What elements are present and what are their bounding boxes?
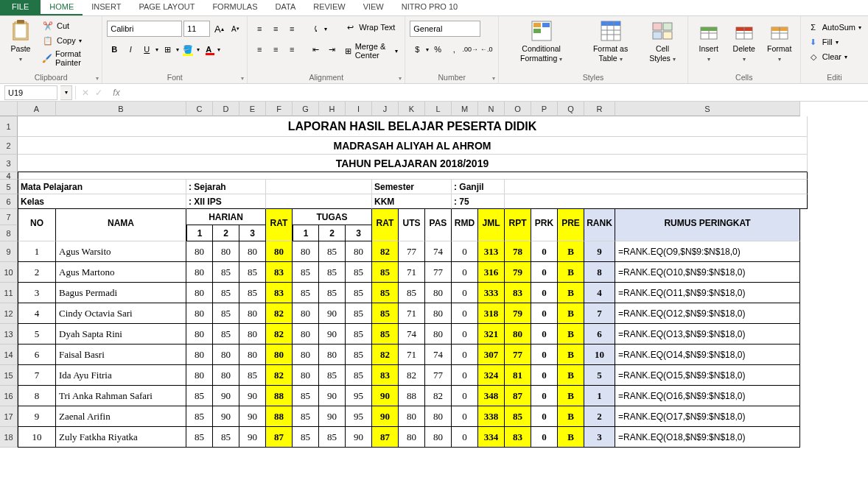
cell-t3[interactable]: 85 (346, 283, 372, 303)
cell-rank[interactable]: 3 (584, 427, 615, 448)
col-header[interactable]: O (505, 102, 531, 116)
cell-h2[interactable]: 90 (213, 386, 239, 406)
cell-t3[interactable]: 85 (346, 262, 372, 283)
cell-h1[interactable]: 80 (186, 241, 213, 262)
cell-h1[interactable]: 80 (186, 324, 213, 345)
cell-rmd[interactable]: 0 (452, 283, 478, 303)
cell-h2[interactable]: 90 (213, 406, 239, 427)
cell-h1[interactable]: 85 (186, 386, 213, 406)
cell-styles-button[interactable]: Cell Styles ▾ (642, 18, 683, 64)
cell-rmd[interactable]: 0 (452, 365, 478, 386)
tab-view[interactable]: VIEW (354, 0, 393, 15)
row-header[interactable]: 13 (0, 324, 18, 345)
col-header[interactable]: S (615, 102, 800, 116)
cell-t3[interactable]: 95 (346, 406, 372, 427)
cell-h2[interactable]: 85 (213, 303, 239, 324)
row-header[interactable]: 5 (0, 180, 18, 194)
col-header[interactable]: E (239, 102, 266, 116)
cell-pas[interactable]: 80 (425, 324, 452, 345)
clear-button[interactable]: ◇Clear ▾ (805, 50, 864, 63)
cell-pas[interactable]: 80 (425, 427, 452, 448)
cell-nama[interactable]: Zaenal Arifin (56, 406, 186, 427)
row-header[interactable]: 3 (0, 155, 18, 172)
cell-h1[interactable]: 85 (186, 406, 213, 427)
cell-uts[interactable]: 85 (399, 283, 425, 303)
cell-rath[interactable]: 83 (266, 262, 293, 283)
bold-button[interactable]: B (107, 41, 122, 57)
cell-h1[interactable]: 80 (186, 262, 213, 283)
cell-pas[interactable]: 74 (425, 241, 452, 262)
col-header[interactable]: Q (558, 102, 584, 116)
cell-nama[interactable]: Ida Ayu Fitria (56, 365, 186, 386)
cell-no[interactable]: 6 (18, 345, 56, 365)
cell-h3[interactable]: 90 (239, 427, 266, 448)
cell-no[interactable]: 9 (18, 406, 56, 427)
row-header[interactable]: 2 (0, 137, 18, 155)
cell-no[interactable]: 5 (18, 324, 56, 345)
cell-no[interactable]: 2 (18, 262, 56, 283)
row-header[interactable]: 1 (0, 116, 18, 137)
paste-button[interactable]: Paste▾ (4, 18, 37, 64)
cell-ratt[interactable]: 90 (372, 386, 399, 406)
cell-t1[interactable]: 80 (293, 365, 319, 386)
cell-t3[interactable]: 80 (346, 241, 372, 262)
cell-t3[interactable]: 90 (346, 427, 372, 448)
cell-jml[interactable]: 324 (478, 365, 505, 386)
cell-uts[interactable]: 71 (399, 303, 425, 324)
cell-rath[interactable]: 88 (266, 406, 293, 427)
cell-t1[interactable]: 80 (293, 303, 319, 324)
underline-button[interactable]: U (139, 41, 154, 57)
orientation-button[interactable]: ⤹ (308, 21, 323, 37)
col-header[interactable]: B (56, 102, 186, 116)
cell-no[interactable]: 1 (18, 241, 56, 262)
merge-center-button[interactable]: ⊞Merge & Center ▾ (342, 41, 400, 60)
cell-pre[interactable]: B (558, 365, 584, 386)
cell-rpt[interactable]: 85 (505, 406, 531, 427)
cell-t3[interactable]: 85 (346, 303, 372, 324)
cell-rank[interactable]: 6 (584, 324, 615, 345)
col-header[interactable]: K (399, 102, 425, 116)
comma-button[interactable]: , (447, 41, 461, 57)
cell-rpt[interactable]: 83 (505, 427, 531, 448)
cell-pas[interactable]: 80 (425, 303, 452, 324)
percent-button[interactable]: % (430, 41, 445, 57)
cell-prk[interactable]: 0 (531, 406, 558, 427)
cell-prk[interactable]: 0 (531, 427, 558, 448)
name-box-dropdown[interactable]: ▾ (60, 85, 72, 100)
spreadsheet-grid[interactable]: 1 LAPORAN HASIL BELAJAR PESERTA DIDIK 2 … (0, 116, 868, 448)
col-header[interactable]: A (18, 102, 56, 116)
cell-formula[interactable]: =RANK.EQ(O15,$N$9:$N$18,0) (615, 365, 800, 386)
tab-page-layout[interactable]: PAGE LAYOUT (130, 0, 203, 15)
cell-rank[interactable]: 9 (584, 241, 615, 262)
col-header[interactable]: M (452, 102, 478, 116)
cell-ratt[interactable]: 82 (372, 241, 399, 262)
align-middle-button[interactable]: ≡ (268, 21, 283, 37)
cell-ratt[interactable]: 85 (372, 324, 399, 345)
cell-pre[interactable]: B (558, 406, 584, 427)
cell-rank[interactable]: 10 (584, 345, 615, 365)
row-header[interactable]: 4 (0, 172, 18, 180)
cell-rmd[interactable]: 0 (452, 345, 478, 365)
cell-pre[interactable]: B (558, 324, 584, 345)
cell-formula[interactable]: =RANK.EQ(O13,$N$9:$N$18,0) (615, 324, 800, 345)
cell-h2[interactable]: 85 (213, 427, 239, 448)
cell-prk[interactable]: 0 (531, 324, 558, 345)
cell-jml[interactable]: 307 (478, 345, 505, 365)
cell-h2[interactable]: 85 (213, 262, 239, 283)
copy-button[interactable]: 📋Copy ▾ (40, 34, 97, 47)
col-header[interactable]: J (372, 102, 399, 116)
cell-pas[interactable]: 80 (425, 406, 452, 427)
cell-prk[interactable]: 0 (531, 365, 558, 386)
cell-t2[interactable]: 90 (319, 406, 346, 427)
cell-formula[interactable]: =RANK.EQ(O14,$N$9:$N$18,0) (615, 345, 800, 365)
cell-t2[interactable]: 85 (319, 241, 346, 262)
align-top-button[interactable]: ≡ (252, 21, 267, 37)
cell-rmd[interactable]: 0 (452, 303, 478, 324)
formula-input[interactable] (127, 85, 868, 100)
cell-rpt[interactable]: 79 (505, 262, 531, 283)
cell-h3[interactable]: 80 (239, 241, 266, 262)
cell-t3[interactable]: 85 (346, 345, 372, 365)
align-center-button[interactable]: ≡ (268, 41, 283, 57)
col-header[interactable]: N (478, 102, 505, 116)
cell-jml[interactable]: 313 (478, 241, 505, 262)
